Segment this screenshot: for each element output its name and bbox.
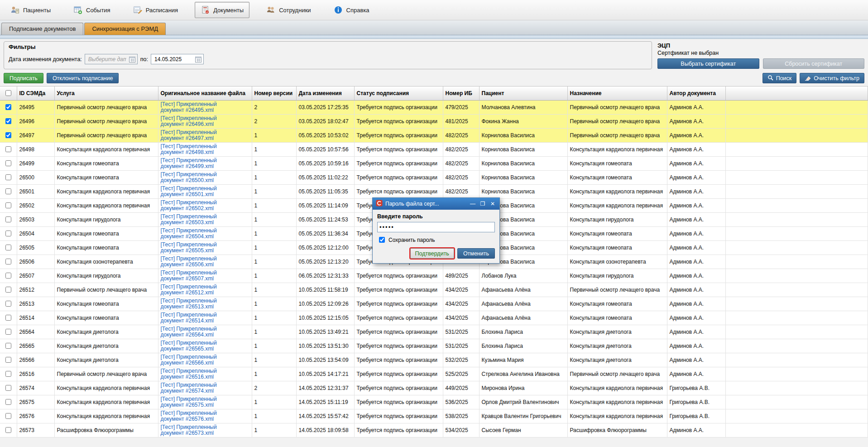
row-checkbox[interactable] [5, 174, 11, 180]
column-header-service[interactable]: Услуга [54, 87, 158, 100]
row-checkbox[interactable] [5, 216, 11, 222]
select-all-checkbox[interactable] [5, 90, 11, 96]
file-link[interactable]: [Тест] Прикрепленный документ #26516.xml [161, 368, 224, 380]
calendar-icon[interactable] [195, 56, 202, 63]
file-link[interactable]: [Тест] Прикрепленный документ #26497.xml [161, 130, 224, 141]
file-link[interactable]: [Тест] Прикрепленный документ #26499.xml [161, 158, 224, 169]
file-link[interactable]: [Тест] Прикрепленный документ #26575.xml [161, 396, 224, 408]
row-checkbox[interactable] [5, 357, 11, 363]
column-header-id[interactable]: ID СЭМДа [17, 87, 54, 100]
file-link[interactable]: [Тест] Прикрепленный документ #26564.xml [161, 326, 224, 338]
maximize-icon[interactable]: ❐ [479, 201, 486, 207]
password-input[interactable] [377, 222, 495, 232]
toolbar-item-events[interactable]: События [67, 2, 116, 18]
table-row[interactable]: 26566Консультация диетолога[Тест] Прикре… [0, 353, 868, 367]
select-certificate-button[interactable]: Выбрать сертификат [657, 58, 759, 69]
file-link[interactable]: [Тест] Прикрепленный документ #26502.xml [161, 200, 224, 211]
clear-filter-button[interactable]: Очистить фильтр [800, 73, 864, 83]
file-link[interactable]: [Тест] Прикрепленный документ #26507.xml [161, 270, 224, 282]
column-header-status[interactable]: Статус подписания [354, 87, 443, 100]
file-link[interactable]: [Тест] Прикрепленный документ #26506.xml [161, 256, 224, 268]
file-link[interactable]: [Тест] Прикрепленный документ #26504.xml [161, 228, 224, 240]
sign-button[interactable]: Подписать [4, 73, 43, 83]
minimize-icon[interactable]: — [469, 201, 476, 207]
row-checkbox[interactable] [5, 315, 11, 321]
row-checkbox[interactable] [5, 427, 11, 433]
toolbar-item-documents[interactable]: Документы [195, 2, 249, 18]
table-row[interactable]: 26575Консультация кардиолога первичная[Т… [0, 395, 868, 409]
file-link[interactable]: [Тест] Прикрепленный документ #26500.xml [161, 172, 224, 183]
column-header-patient[interactable]: Пациент [479, 87, 567, 100]
file-link[interactable]: [Тест] Прикрепленный документ #26498.xml [161, 144, 224, 155]
table-row[interactable]: 26497Первичный осмотр лечащего врача[Тес… [0, 128, 868, 142]
file-link[interactable]: [Тест] Прикрепленный документ #26566.xml [161, 354, 224, 366]
row-checkbox[interactable] [5, 385, 11, 391]
row-checkbox[interactable] [5, 202, 11, 208]
date-to-input[interactable] [153, 56, 193, 63]
table-row[interactable]: 26516Первичный осмотр лечащего врача[Тес… [0, 367, 868, 381]
file-link[interactable]: [Тест] Прикрепленный документ #26505.xml [161, 242, 224, 254]
toolbar-item-schedule[interactable]: Расписания [127, 2, 184, 18]
file-link[interactable]: [Тест] Прикрепленный документ #26512.xml [161, 284, 224, 296]
cancel-button[interactable]: Отменить [457, 248, 495, 259]
table-row[interactable]: 26507Консультация гирудолога[Тест] Прикр… [0, 269, 868, 283]
file-link[interactable]: [Тест] Прикрепленный документ #26495.xml [161, 101, 224, 113]
row-checkbox[interactable] [5, 287, 11, 293]
row-checkbox[interactable] [5, 301, 11, 307]
decline-signing-button[interactable]: Отклонить подписание [47, 73, 119, 83]
calendar-icon[interactable] [129, 56, 136, 63]
file-link[interactable]: [Тест] Прикрепленный документ #26503.xml [161, 214, 224, 226]
column-header-assignment[interactable]: Назначение [567, 87, 667, 100]
table-row[interactable]: 26564Консультация диетолога[Тест] Прикре… [0, 325, 868, 339]
row-checkbox[interactable] [5, 329, 11, 335]
file-link[interactable]: [Тест] Прикрепленный документ #26496.xml [161, 115, 224, 127]
file-link[interactable]: [Тест] Прикрепленный документ #26501.xml [161, 186, 224, 197]
row-checkbox[interactable] [5, 146, 11, 152]
row-checkbox[interactable] [5, 413, 11, 419]
table-row[interactable]: 26500Консультация гомеопата[Тест] Прикре… [0, 170, 868, 184]
confirm-button[interactable]: Подтвердить [410, 248, 454, 259]
dialog-titlebar[interactable]: Пароль файла серт... — ❐ ✕ [373, 198, 499, 210]
table-row[interactable]: 26514Консультация гомеопата[Тест] Прикре… [0, 311, 868, 325]
row-checkbox[interactable] [5, 259, 11, 264]
table-row[interactable]: 26496Первичный осмотр лечащего врача[Тес… [0, 114, 868, 128]
table-row[interactable]: 26501Консультация кардиолога первичная[Т… [0, 184, 868, 198]
column-header-author[interactable]: Автор документа [667, 87, 725, 100]
row-checkbox[interactable] [5, 160, 11, 166]
table-row[interactable]: 26574Консультация кардиолога первичная[Т… [0, 381, 868, 395]
column-header-ib[interactable]: Номер ИБ [443, 87, 479, 100]
tab-remd-sync[interactable]: Синхронизация с РЭМД [84, 23, 166, 35]
table-row[interactable]: 26499Консультация гомеопата[Тест] Прикре… [0, 156, 868, 170]
date-from-input[interactable] [87, 56, 127, 63]
table-row[interactable]: 26498Консультация кардиолога первичная[Т… [0, 142, 868, 156]
row-checkbox[interactable] [5, 118, 11, 124]
table-row[interactable]: 26495Первичный осмотр лечащего врача[Тес… [0, 100, 868, 114]
table-row[interactable]: 26565Консультация диетолога[Тест] Прикре… [0, 339, 868, 353]
search-button[interactable]: Поиск [762, 73, 797, 83]
file-link[interactable]: [Тест] Прикрепленный документ #26514.xml [161, 312, 224, 324]
row-checkbox[interactable] [5, 132, 11, 138]
file-link[interactable]: [Тест] Прикрепленный документ #26513.xml [161, 298, 224, 310]
toolbar-item-help[interactable]: Справка [328, 2, 375, 18]
column-header-date[interactable]: Дата изменения [296, 87, 354, 100]
row-checkbox[interactable] [5, 104, 11, 110]
file-link[interactable]: [Тест] Прикрепленный документ #26565.xml [161, 340, 224, 352]
column-header-version[interactable]: Номер версии [252, 87, 296, 100]
row-checkbox[interactable] [5, 273, 11, 279]
row-checkbox[interactable] [5, 371, 11, 377]
row-checkbox[interactable] [5, 188, 11, 194]
row-checkbox[interactable] [5, 399, 11, 405]
file-link[interactable]: [Тест] Прикрепленный документ #26574.xml [161, 382, 224, 394]
file-link[interactable]: [Тест] Прикрепленный документ #26576.xml [161, 410, 224, 422]
row-checkbox[interactable] [5, 245, 11, 250]
file-link[interactable]: [Тест] Прикрепленный документ #26573.xml [161, 424, 224, 436]
toolbar-item-employees[interactable]: Сотрудники [260, 2, 317, 18]
table-row[interactable]: 26513Консультация гомеопата[Тест] Прикре… [0, 297, 868, 311]
table-row[interactable]: 26512Первичный осмотр лечащего врача[Тес… [0, 283, 868, 297]
close-icon[interactable]: ✕ [489, 201, 496, 207]
reset-certificate-button[interactable]: Сбросить сертификат [763, 58, 865, 69]
table-row[interactable]: 26573Расшифровка Флюорограммы[Тест] Прик… [0, 423, 868, 437]
table-row[interactable]: 26576Консультация кардиолога первичная[Т… [0, 409, 868, 423]
row-checkbox[interactable] [5, 231, 11, 236]
tab-document-signing[interactable]: Подписание документов [1, 23, 83, 35]
